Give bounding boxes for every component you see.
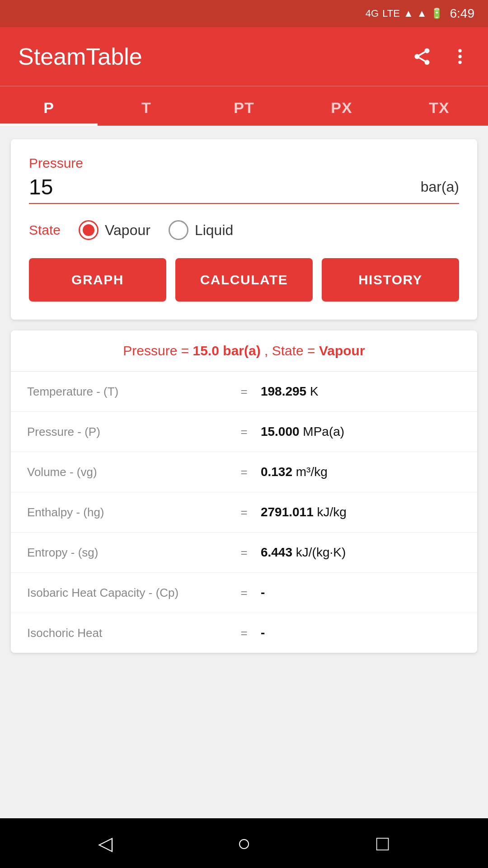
battery-icon: 🔋: [431, 8, 443, 19]
tab-TX[interactable]: TX: [390, 86, 488, 126]
results-state-name: Vapour: [319, 343, 365, 358]
unit-label: bar(a): [421, 179, 459, 195]
row-name-entropy: Entropy - (sg): [27, 546, 227, 560]
row-name-enthalpy: Enthalpy - (hg): [27, 505, 227, 519]
row-name-isobaric: Isobaric Heat Capacity - (Cp): [27, 586, 227, 600]
table-row: Volume - (vg) = 0.132 m³/kg: [11, 452, 477, 492]
results-table: Temperature - (T) = 198.295 K Pressure -…: [11, 372, 477, 653]
signal-icon: ▲: [404, 8, 413, 19]
more-vertical-icon: [450, 47, 470, 66]
svg-point-6: [458, 55, 461, 58]
row-eq-4: =: [227, 546, 261, 560]
vapour-label: Vapour: [105, 222, 150, 239]
row-value-isobaric: -: [261, 585, 461, 600]
vapour-radio-circle: [79, 220, 99, 240]
svg-point-2: [425, 60, 430, 65]
table-row: Isobaric Heat Capacity - (Cp) = -: [11, 573, 477, 613]
share-button[interactable]: [412, 47, 432, 66]
state-label: State: [29, 222, 61, 238]
more-options-button[interactable]: [450, 47, 470, 66]
tabs-bar: P T PT PX TX: [0, 86, 488, 126]
state-row: State Vapour Liquid: [29, 220, 459, 240]
row-name-isochoric: Isochoric Heat: [27, 626, 227, 640]
pressure-input[interactable]: [29, 175, 413, 199]
pressure-label: Pressure: [29, 156, 459, 171]
recent-icon: □: [376, 831, 389, 855]
lte-icon: LTE: [382, 8, 400, 19]
app-bar: SteamTable: [0, 27, 488, 86]
share-icon: [412, 47, 432, 66]
row-value-pressure: 15.000 MPa(a): [261, 425, 461, 439]
row-eq-0: =: [227, 385, 261, 399]
results-header-text: Pressure = 15.0 bar(a) , State = Vapour: [123, 343, 365, 358]
results-state-sep: , State =: [261, 343, 319, 358]
main-content: Pressure bar(a) State Vapour Liquid GRAP…: [0, 126, 488, 818]
back-icon: ◁: [98, 832, 113, 854]
calculate-button[interactable]: CALCULATE: [175, 258, 313, 302]
status-time: 6:49: [450, 6, 475, 21]
tab-PX[interactable]: PX: [293, 86, 390, 126]
row-eq-6: =: [227, 626, 261, 640]
bottom-nav: ◁ ○ □: [0, 818, 488, 868]
pressure-input-row: bar(a): [29, 175, 459, 204]
row-eq-3: =: [227, 505, 261, 519]
svg-point-0: [425, 48, 430, 53]
row-value-volume: 0.132 m³/kg: [261, 465, 461, 479]
row-name-temperature: Temperature - (T): [27, 385, 227, 399]
home-icon: ○: [237, 830, 251, 856]
recent-apps-button[interactable]: □: [367, 827, 399, 859]
signal-icon2: ▲: [417, 8, 427, 19]
svg-point-1: [415, 54, 420, 59]
liquid-radio[interactable]: Liquid: [169, 220, 233, 240]
svg-point-7: [458, 61, 461, 64]
svg-line-4: [419, 52, 425, 55]
table-row: Temperature - (T) = 198.295 K: [11, 372, 477, 412]
vapour-radio[interactable]: Vapour: [79, 220, 150, 240]
app-title: SteamTable: [18, 43, 142, 70]
row-value-isochoric: -: [261, 626, 461, 640]
row-name-volume: Volume - (vg): [27, 465, 227, 479]
row-eq-5: =: [227, 586, 261, 600]
history-button[interactable]: HISTORY: [322, 258, 459, 302]
table-row: Isochoric Heat = -: [11, 613, 477, 653]
svg-point-5: [458, 49, 461, 52]
status-icons: 4G LTE ▲ ▲ 🔋: [366, 8, 443, 19]
table-row: Enthalpy - (hg) = 2791.011 kJ/kg: [11, 492, 477, 533]
row-name-pressure: Pressure - (P): [27, 425, 227, 439]
row-value-temperature: 198.295 K: [261, 384, 461, 399]
results-header: Pressure = 15.0 bar(a) , State = Vapour: [11, 330, 477, 372]
tab-T[interactable]: T: [98, 86, 195, 126]
results-card: Pressure = 15.0 bar(a) , State = Vapour …: [11, 330, 477, 653]
svg-line-3: [419, 58, 425, 61]
home-button[interactable]: ○: [228, 827, 260, 859]
row-eq-1: =: [227, 425, 261, 439]
buttons-row: GRAPH CALCULATE HISTORY: [29, 258, 459, 302]
tab-P[interactable]: P: [0, 86, 98, 126]
status-bar: 4G LTE ▲ ▲ 🔋 6:49: [0, 0, 488, 27]
back-button[interactable]: ◁: [89, 827, 121, 859]
network-icon: 4G: [366, 8, 379, 19]
liquid-radio-circle: [169, 220, 188, 240]
table-row: Entropy - (sg) = 6.443 kJ/(kg·K): [11, 533, 477, 573]
row-value-enthalpy: 2791.011 kJ/kg: [261, 505, 461, 519]
results-prefix: Pressure =: [123, 343, 192, 358]
row-value-entropy: 6.443 kJ/(kg·K): [261, 545, 461, 560]
graph-button[interactable]: GRAPH: [29, 258, 166, 302]
results-value: 15.0 bar(a): [193, 343, 261, 358]
table-row: Pressure - (P) = 15.000 MPa(a): [11, 412, 477, 452]
tab-PT[interactable]: PT: [195, 86, 293, 126]
app-bar-actions: [412, 47, 470, 66]
input-card: Pressure bar(a) State Vapour Liquid GRAP…: [11, 139, 477, 320]
liquid-label: Liquid: [195, 222, 233, 239]
row-eq-2: =: [227, 465, 261, 479]
